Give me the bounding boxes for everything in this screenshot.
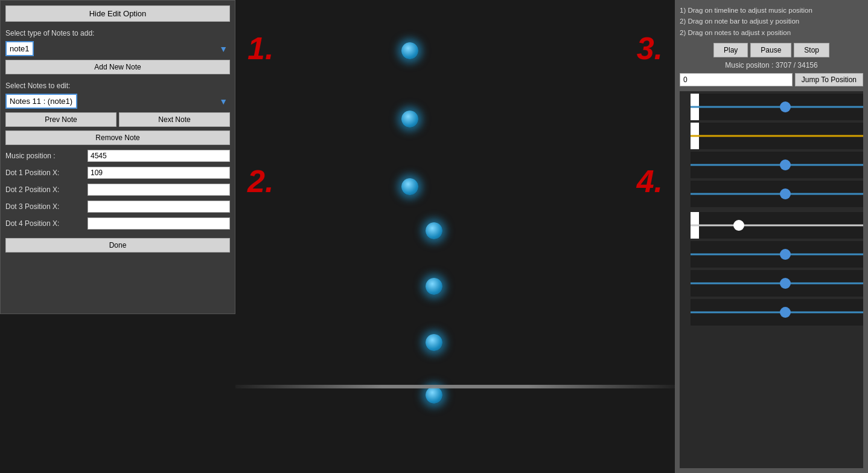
dot3-field: Dot 3 Position X: <box>5 201 230 213</box>
instruction-1: 1) Drag on timeline to adjust music posi… <box>680 5 863 16</box>
dot2-label: Dot 2 Position X: <box>5 185 84 194</box>
dot4-label: Dot 4 Position X: <box>5 219 84 228</box>
dot1-field: Dot 1 Position X: <box>5 167 230 179</box>
main-canvas: 1. 2. 3. 4. <box>235 0 675 473</box>
instruction-2: 2) Drag on note bar to adjust y position <box>680 16 863 27</box>
music-position-input[interactable] <box>88 150 230 162</box>
label-4: 4. <box>637 163 663 199</box>
hide-edit-button[interactable]: Hide Edit Option <box>5 5 230 22</box>
music-position-field: Music position : <box>5 150 230 162</box>
instructions: 1) Drag on timeline to adjust music posi… <box>680 5 863 38</box>
done-button[interactable]: Done <box>5 238 230 253</box>
label-2: 2. <box>247 163 273 199</box>
instruction-3: 2) Drag on notes to adjust x position <box>680 27 863 38</box>
notes-edit-select[interactable]: Notes 11 : (note1) <box>5 94 77 109</box>
label-1: 1. <box>247 30 273 66</box>
dot3-label: Dot 3 Position X: <box>5 202 84 211</box>
prev-note-button[interactable]: Prev Note <box>5 112 116 127</box>
label-3: 3. <box>637 30 663 66</box>
left-panel: Hide Edit Option Select type of Notes to… <box>0 0 235 314</box>
note-dot-4[interactable] <box>426 222 442 239</box>
dot4-input[interactable] <box>88 217 230 230</box>
right-panel: 1) Drag on timeline to adjust music posi… <box>675 0 868 473</box>
note-dot-2[interactable] <box>401 111 418 127</box>
dot2-input[interactable] <box>88 184 230 196</box>
bottom-bar <box>235 385 675 388</box>
lane-3[interactable] <box>691 152 863 178</box>
note-dot-6[interactable] <box>426 334 442 351</box>
lane-1[interactable] <box>691 94 863 120</box>
note-dot-7[interactable] <box>426 387 442 404</box>
jump-position-input[interactable] <box>680 73 793 86</box>
stop-button[interactable]: Stop <box>794 43 829 57</box>
select-type-label: Select type of Notes to add: <box>5 29 230 37</box>
next-note-button[interactable]: Next Note <box>119 112 230 127</box>
timeline-left-bar <box>680 91 691 468</box>
dot1-label: Dot 1 Position X: <box>5 169 84 177</box>
lane-5[interactable] <box>691 212 863 239</box>
lane-6[interactable] <box>691 241 863 268</box>
lane-8[interactable] <box>691 299 863 326</box>
music-position-label: Music position : <box>5 152 84 160</box>
pause-button[interactable]: Pause <box>750 43 791 57</box>
remove-note-button[interactable]: Remove Note <box>5 130 230 145</box>
add-new-note-button[interactable]: Add New Note <box>5 60 230 74</box>
jump-row: Jump To Position <box>680 73 863 86</box>
music-position-display: Music positon : 3707 / 34156 <box>680 61 863 69</box>
dot1-input[interactable] <box>88 167 230 179</box>
playback-controls: Play Pause Stop <box>680 43 863 57</box>
play-button[interactable]: Play <box>713 43 748 57</box>
lane-4[interactable] <box>691 181 863 207</box>
dot4-field: Dot 4 Position X: <box>5 217 230 230</box>
lane-7[interactable] <box>691 270 863 297</box>
note-type-select[interactable]: note1 <box>5 41 34 56</box>
dot2-field: Dot 2 Position X: <box>5 184 230 196</box>
timeline-area[interactable]: 5. <box>680 91 863 468</box>
note-dot-3[interactable] <box>401 178 418 195</box>
note-dot-1[interactable] <box>401 42 418 59</box>
jump-to-position-button[interactable]: Jump To Position <box>795 73 863 86</box>
select-notes-label: Select Notes to edit: <box>5 82 230 90</box>
dot3-input[interactable] <box>88 201 230 213</box>
note-dot-5[interactable] <box>426 278 442 295</box>
lane-2[interactable] <box>691 123 863 149</box>
